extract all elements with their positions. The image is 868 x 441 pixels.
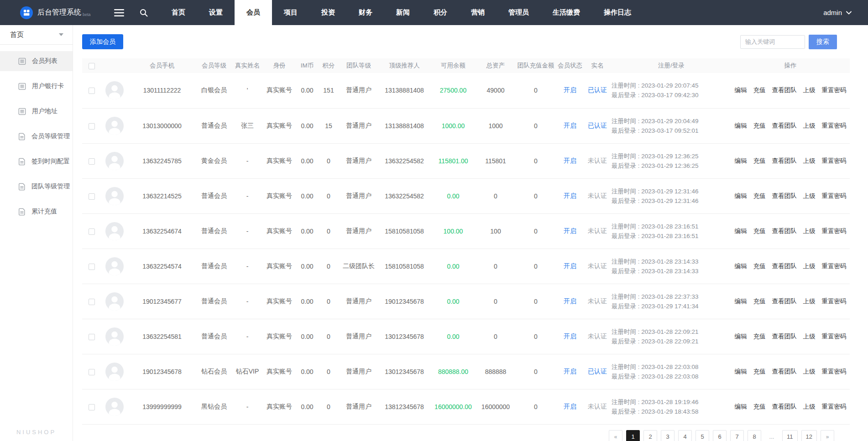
op-view-team-link[interactable]: 查看团队 xyxy=(772,122,797,129)
status-text[interactable]: 开启 xyxy=(557,213,583,249)
op-view-team-link[interactable]: 查看团队 xyxy=(772,368,797,375)
op-recharge-link[interactable]: 充值 xyxy=(753,298,766,305)
sidebar-item-team-level-mgmt[interactable]: 团队等级管理 xyxy=(0,176,73,197)
op-edit-link[interactable]: 编辑 xyxy=(735,228,747,234)
pagination-page-6[interactable]: 6 xyxy=(713,430,727,441)
sidebar-section-header[interactable]: 首页 xyxy=(0,25,73,45)
op-view-team-link[interactable]: 查看团队 xyxy=(772,87,797,93)
status-text[interactable]: 开启 xyxy=(557,284,583,319)
op-reset-password-link[interactable]: 重置密码 xyxy=(822,298,847,305)
pagination-page-1[interactable]: 1 xyxy=(626,430,640,441)
op-edit-link[interactable]: 编辑 xyxy=(735,333,747,340)
status-text[interactable]: 开启 xyxy=(557,354,583,389)
nav-item-members[interactable]: 会员 xyxy=(235,0,272,25)
op-view-team-link[interactable]: 查看团队 xyxy=(772,263,797,270)
op-recharge-link[interactable]: 充值 xyxy=(753,192,766,199)
status-text[interactable]: 开启 xyxy=(557,108,583,143)
op-superior-link[interactable]: 上级 xyxy=(803,87,816,93)
op-view-team-link[interactable]: 查看团队 xyxy=(772,157,797,164)
pagination-page-7[interactable]: 7 xyxy=(730,430,744,441)
pagination-page-12[interactable]: 12 xyxy=(801,430,817,441)
row-checkbox[interactable] xyxy=(89,228,95,235)
nav-item-settings[interactable]: 设置 xyxy=(197,0,235,25)
pagination-page-5[interactable]: 5 xyxy=(695,430,709,441)
nav-item-news[interactable]: 新闻 xyxy=(384,0,422,25)
sidebar-item-user-bank-cards[interactable]: 用户银行卡 xyxy=(0,76,73,96)
op-recharge-link[interactable]: 充值 xyxy=(753,263,766,270)
row-checkbox[interactable] xyxy=(89,334,95,340)
row-checkbox[interactable] xyxy=(89,299,95,305)
op-superior-link[interactable]: 上级 xyxy=(803,228,816,234)
select-all-checkbox[interactable] xyxy=(89,63,95,69)
op-edit-link[interactable]: 编辑 xyxy=(735,368,747,375)
op-edit-link[interactable]: 编辑 xyxy=(735,263,747,270)
nav-item-finance[interactable]: 财务 xyxy=(347,0,384,25)
row-checkbox[interactable] xyxy=(89,158,95,165)
op-view-team-link[interactable]: 查看团队 xyxy=(772,192,797,199)
sidebar-item-user-address[interactable]: 用户地址 xyxy=(0,101,73,121)
op-reset-password-link[interactable]: 重置密码 xyxy=(822,157,847,164)
op-superior-link[interactable]: 上级 xyxy=(803,263,816,270)
pagination-page-2[interactable]: 2 xyxy=(643,430,657,441)
add-member-button[interactable]: 添加会员 xyxy=(82,34,123,49)
hamburger-menu-icon[interactable] xyxy=(114,9,124,16)
op-recharge-link[interactable]: 充值 xyxy=(753,228,766,234)
op-reset-password-link[interactable]: 重置密码 xyxy=(822,403,847,410)
nav-item-life-payment[interactable]: 生活缴费 xyxy=(541,0,592,25)
pagination-page-8[interactable]: 8 xyxy=(748,430,761,441)
sidebar-item-checkin-time-config[interactable]: 签到时间配置 xyxy=(0,151,73,171)
nav-item-invest[interactable]: 投资 xyxy=(309,0,347,25)
status-text[interactable]: 开启 xyxy=(557,143,583,178)
row-checkbox[interactable] xyxy=(89,193,95,200)
op-view-team-link[interactable]: 查看团队 xyxy=(772,298,797,305)
op-recharge-link[interactable]: 充值 xyxy=(753,122,766,129)
op-recharge-link[interactable]: 充值 xyxy=(753,403,766,410)
nav-item-projects[interactable]: 项目 xyxy=(272,0,309,25)
pagination-page-11[interactable]: 11 xyxy=(782,430,798,441)
row-checkbox[interactable] xyxy=(89,404,95,410)
op-recharge-link[interactable]: 充值 xyxy=(753,368,766,375)
op-edit-link[interactable]: 编辑 xyxy=(735,122,747,129)
row-checkbox[interactable] xyxy=(89,369,95,375)
admin-menu[interactable]: admin xyxy=(823,0,868,25)
status-text[interactable]: 开启 xyxy=(557,73,583,108)
row-checkbox[interactable] xyxy=(89,123,95,130)
op-view-team-link[interactable]: 查看团队 xyxy=(772,333,797,340)
op-superior-link[interactable]: 上级 xyxy=(803,157,816,164)
op-recharge-link[interactable]: 充值 xyxy=(753,157,766,164)
nav-item-administrators[interactable]: 管理员 xyxy=(497,0,541,25)
op-reset-password-link[interactable]: 重置密码 xyxy=(822,192,847,199)
op-superior-link[interactable]: 上级 xyxy=(803,122,816,129)
nav-item-points[interactable]: 积分 xyxy=(422,0,459,25)
nav-item-home[interactable]: 首页 xyxy=(160,0,197,25)
status-text[interactable]: 开启 xyxy=(557,389,583,424)
pagination-prev[interactable]: « xyxy=(609,430,622,441)
op-superior-link[interactable]: 上级 xyxy=(803,368,816,375)
op-view-team-link[interactable]: 查看团队 xyxy=(772,228,797,234)
op-superior-link[interactable]: 上级 xyxy=(803,192,816,199)
sidebar-item-cumulative-recharge[interactable]: 累计充值 xyxy=(0,202,73,222)
pagination-page-4[interactable]: 4 xyxy=(678,430,692,441)
op-reset-password-link[interactable]: 重置密码 xyxy=(822,263,847,270)
op-recharge-link[interactable]: 充值 xyxy=(753,87,766,93)
pagination-ellipsis[interactable]: ... xyxy=(765,430,779,441)
navbar-search-icon[interactable] xyxy=(140,9,148,17)
op-edit-link[interactable]: 编辑 xyxy=(735,192,747,199)
op-edit-link[interactable]: 编辑 xyxy=(735,157,747,164)
keyword-search-input[interactable] xyxy=(740,35,805,49)
row-checkbox[interactable] xyxy=(89,264,95,270)
op-reset-password-link[interactable]: 重置密码 xyxy=(822,333,847,340)
op-recharge-link[interactable]: 充值 xyxy=(753,333,766,340)
op-reset-password-link[interactable]: 重置密码 xyxy=(822,368,847,375)
op-edit-link[interactable]: 编辑 xyxy=(735,403,747,410)
op-reset-password-link[interactable]: 重置密码 xyxy=(822,228,847,234)
pagination-next[interactable]: » xyxy=(821,430,834,441)
status-text[interactable]: 开启 xyxy=(557,319,583,354)
pagination-page-3[interactable]: 3 xyxy=(661,430,675,441)
status-text[interactable]: 开启 xyxy=(557,178,583,213)
op-edit-link[interactable]: 编辑 xyxy=(735,298,747,305)
op-reset-password-link[interactable]: 重置密码 xyxy=(822,87,847,93)
search-button[interactable]: 搜索 xyxy=(809,35,837,49)
nav-item-operation-logs[interactable]: 操作日志 xyxy=(592,0,643,25)
row-checkbox[interactable] xyxy=(89,88,95,94)
